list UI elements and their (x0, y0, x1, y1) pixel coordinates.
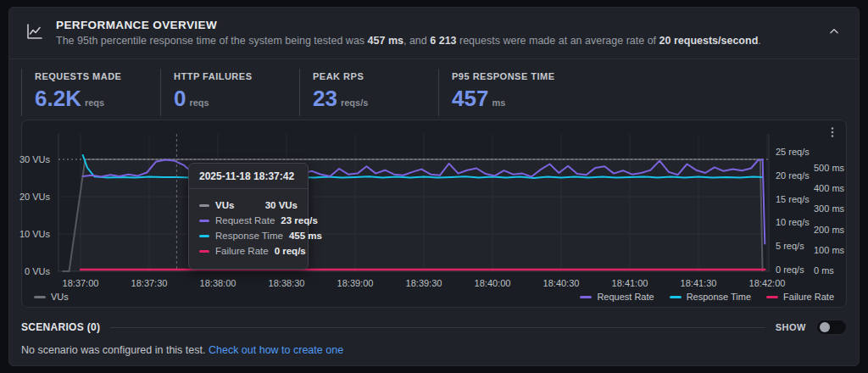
stat-value: 457 (452, 87, 488, 109)
subtitle-highlight: 20 requests/second (659, 35, 759, 47)
x-axis-label: 18:37:30 (131, 278, 168, 288)
subtitle-text: The 95th percentile response time of the… (56, 35, 368, 47)
legend-label: Failure Rate (783, 292, 834, 302)
scenarios-divider (110, 327, 765, 328)
y-axis-label-ms: 500 ms (814, 163, 844, 173)
stat-unit: reqs/s (341, 97, 368, 108)
stat-p95-response-time: P95 RESPONSE TIME457ms (438, 69, 555, 116)
legend-dash (670, 296, 682, 298)
create-scenario-link[interactable]: Check out how to create one (209, 344, 343, 356)
tooltip-row-request-rate: Request Rate23 req/s (199, 215, 298, 225)
tooltip-series-label: Response Time (215, 231, 283, 241)
x-axis-label: 18:41:30 (681, 278, 717, 288)
tooltip-series-label: Request Rate (215, 215, 275, 225)
legend-item-failure-rate[interactable]: Failure Rate (766, 292, 834, 302)
y-axis-label-ms: 300 ms (814, 203, 844, 214)
y-axis-label-rps: 0 req/s (776, 264, 804, 275)
tooltip-row-vus: VUs30 VUs (199, 200, 298, 210)
stat-value: 6.2K (35, 87, 81, 109)
x-axis-label: 18:40:00 (475, 278, 511, 288)
stats-row: REQUESTS MADE6.2KreqsHTTP FAILURES0reqsP… (21, 69, 847, 116)
x-axis-label: 18:40:30 (543, 278, 580, 288)
y-axis-label-vus: 30 VUs (19, 154, 50, 164)
tooltip-series-label: Failure Rate (215, 246, 269, 256)
tooltip-series-dash (199, 235, 209, 237)
stat-unit: reqs (85, 97, 104, 108)
stat-label: P95 RESPONSE TIME (452, 71, 555, 81)
tooltip-series-value: 0 req/s (275, 246, 306, 256)
chart-kebab-menu-button[interactable] (824, 125, 841, 142)
stat-requests-made: REQUESTS MADE6.2Kreqs (21, 69, 160, 116)
tooltip-series-dash (199, 220, 209, 222)
y-axis-label-rps: 25 req/s (776, 147, 810, 157)
tooltip-series-label: VUs (215, 200, 259, 210)
header-text: PERFORMANCE OVERVIEW The 95th percentile… (56, 19, 814, 47)
stat-peak-rps: PEAK RPS23reqs/s (299, 69, 438, 116)
stat-value: 0 (174, 87, 186, 109)
stat-value: 23 (313, 87, 337, 109)
x-axis-label: 18:42:00 (749, 278, 786, 288)
stat-unit: reqs (189, 97, 209, 108)
legend-label: Request Rate (597, 292, 654, 302)
page-title: PERFORMANCE OVERVIEW (56, 19, 814, 31)
kebab-menu-icon (826, 128, 838, 141)
y-axis-label-ms: 400 ms (814, 183, 844, 193)
tooltip-series-value: 23 req/s (281, 215, 317, 225)
show-label: SHOW (776, 322, 806, 332)
x-axis-label: 18:38:30 (269, 278, 305, 288)
y-axis-label-rps: 10 req/s (776, 217, 810, 227)
stat-unit: ms (492, 97, 505, 108)
toggle-knob (820, 322, 830, 332)
y-axis-label-vus: 10 VUs (19, 229, 50, 239)
stat-label: REQUESTS MADE (35, 71, 160, 81)
chart-legend: VUs Request RateResponse TimeFailure Rat… (34, 292, 834, 302)
chart-panel: 0 VUs10 VUs20 VUs30 VUs0 req/s5 req/s10 … (21, 120, 847, 308)
header-subtitle: The 95th percentile response time of the… (56, 35, 814, 47)
stat-label: PEAK RPS (313, 71, 438, 81)
chart-tooltip: 2025-11-18 18:37:42 VUs30 VUsRequest Rat… (188, 163, 309, 270)
header-divider (9, 58, 859, 59)
subtitle-highlight: 6 213 (430, 35, 456, 47)
legend-right: Request RateResponse TimeFailure Rate (580, 292, 834, 302)
x-axis-label: 18:38:00 (200, 278, 236, 288)
y-axis-label-ms: 100 ms (814, 245, 844, 255)
tooltip-series-dash (199, 204, 209, 207)
legend-label: Response Time (687, 292, 751, 302)
legend-item-request-rate[interactable]: Request Rate (580, 292, 654, 302)
performance-overview-card: PERFORMANCE OVERVIEW The 95th percentile… (8, 7, 860, 366)
legend-item-vus[interactable]: VUs (34, 292, 69, 302)
subtitle-text: , and (403, 35, 430, 47)
subtitle-text: requests were made at an average rate of (457, 35, 659, 47)
tooltip-series-value: 455 ms (289, 231, 322, 241)
legend-left: VUs (34, 292, 69, 302)
x-axis-label: 18:39:00 (337, 278, 374, 288)
legend-dash (34, 296, 46, 298)
tooltip-row-failure-rate: Failure Rate0 req/s (199, 246, 298, 256)
card-header: PERFORMANCE OVERVIEW The 95th percentile… (9, 8, 859, 58)
scenarios-header: SCENARIOS (0) SHOW (21, 320, 847, 335)
show-toggle[interactable] (816, 320, 847, 335)
chevron-up-icon (828, 27, 840, 40)
y-axis-label-vus: 20 VUs (19, 192, 50, 202)
legend-label: VUs (51, 292, 69, 302)
x-axis-label: 18:39:30 (406, 278, 442, 288)
tooltip-series-value: 30 VUs (265, 200, 298, 210)
y-axis-label-ms: 200 ms (814, 225, 844, 235)
y-axis-label-ms: 0 ms (814, 265, 834, 276)
scenarios-note: No scenario was configured in this test.… (21, 344, 343, 356)
scenarios-note-text: No scenario was configured in this test. (21, 344, 209, 356)
line-chart-icon (25, 21, 45, 45)
x-axis-label: 18:37:00 (63, 278, 99, 288)
y-axis-label-rps: 20 req/s (776, 170, 810, 181)
scenarios-title: SCENARIOS (0) (21, 321, 100, 333)
stat-http-failures: HTTP FAILURES0reqs (160, 69, 299, 116)
subtitle-highlight: 457 ms (368, 35, 403, 47)
legend-dash (766, 296, 778, 298)
tooltip-row-response-time: Response Time455 ms (199, 231, 298, 241)
legend-item-response-time[interactable]: Response Time (670, 292, 751, 302)
collapse-panel-button[interactable] (825, 22, 843, 43)
tooltip-timestamp: 2025-11-18 18:37:42 (189, 164, 308, 189)
stat-label: HTTP FAILURES (174, 71, 299, 81)
y-axis-label-rps: 5 req/s (776, 241, 804, 251)
x-axis-label: 18:41:00 (612, 278, 648, 288)
